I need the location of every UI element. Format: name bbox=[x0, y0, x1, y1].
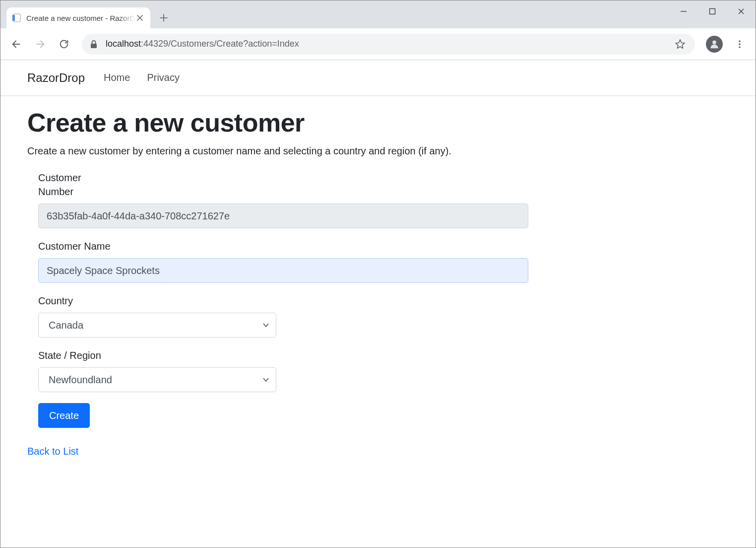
forward-button[interactable] bbox=[30, 34, 50, 54]
page-viewport: RazorDrop Home Privacy Create a new cust… bbox=[0, 60, 756, 548]
customer-number-field bbox=[38, 204, 528, 228]
svg-point-4 bbox=[712, 40, 716, 44]
customer-number-label: Customer Number bbox=[38, 171, 103, 199]
bookmark-star-icon[interactable] bbox=[673, 37, 687, 51]
browser-tab[interactable]: Create a new customer - RazorDrop bbox=[6, 7, 150, 28]
svg-rect-2 bbox=[710, 9, 715, 14]
region-select[interactable]: Newfoundland bbox=[38, 367, 276, 392]
svg-rect-1 bbox=[12, 15, 15, 21]
customer-form: Customer Number Customer Name Country Ca… bbox=[27, 171, 528, 457]
svg-rect-3 bbox=[91, 44, 97, 48]
window-minimize-icon[interactable] bbox=[669, 0, 698, 22]
browser-chrome: Create a new customer - RazorDrop bbox=[0, 0, 756, 60]
reload-button[interactable] bbox=[54, 34, 74, 54]
customer-name-label: Customer Name bbox=[38, 239, 528, 253]
window-maximize-icon[interactable] bbox=[698, 0, 727, 22]
region-group: State / Region Newfoundland bbox=[38, 348, 528, 392]
back-button[interactable] bbox=[6, 34, 26, 54]
svg-point-7 bbox=[739, 46, 741, 48]
url-host: localhost bbox=[106, 39, 141, 49]
page-heading: Create a new customer bbox=[27, 108, 729, 137]
country-label: Country bbox=[38, 294, 528, 308]
page-subtitle: Create a new customer by entering a cust… bbox=[27, 145, 729, 157]
svg-point-6 bbox=[739, 43, 741, 45]
customer-name-field[interactable] bbox=[38, 258, 528, 283]
nav-link-home[interactable]: Home bbox=[104, 72, 130, 83]
region-label: State / Region bbox=[38, 348, 528, 362]
profile-avatar-icon[interactable] bbox=[706, 36, 723, 53]
url-text: localhost:44329/Customers/Create?action=… bbox=[106, 39, 299, 49]
svg-point-5 bbox=[739, 40, 741, 42]
lock-icon bbox=[90, 40, 99, 49]
customer-number-group: Customer Number bbox=[38, 171, 528, 228]
new-tab-button[interactable] bbox=[155, 9, 172, 26]
browser-toolbar: localhost:44329/Customers/Create?action=… bbox=[0, 28, 756, 60]
site-navbar: RazorDrop Home Privacy bbox=[0, 60, 756, 96]
url-port: :44329 bbox=[141, 39, 168, 49]
window-controls bbox=[669, 0, 756, 22]
back-to-list-link[interactable]: Back to List bbox=[27, 446, 78, 457]
page-container: Create a new customer Create a new custo… bbox=[0, 96, 756, 469]
window-close-icon[interactable] bbox=[727, 0, 756, 22]
url-path: /Customers/Create?action=Index bbox=[168, 39, 299, 49]
create-button[interactable]: Create bbox=[38, 403, 90, 428]
tab-strip: Create a new customer - RazorDrop bbox=[0, 0, 756, 28]
country-group: Country Canada bbox=[38, 294, 528, 338]
customer-name-group: Customer Name bbox=[38, 239, 528, 283]
brand[interactable]: RazorDrop bbox=[27, 71, 85, 85]
nav-link-privacy[interactable]: Privacy bbox=[147, 72, 180, 83]
kebab-menu-icon[interactable] bbox=[730, 34, 750, 54]
country-select[interactable]: Canada bbox=[38, 313, 276, 338]
address-bar[interactable]: localhost:44329/Customers/Create?action=… bbox=[82, 34, 695, 55]
tab-close-icon[interactable] bbox=[135, 13, 144, 22]
tab-favicon-icon bbox=[12, 13, 21, 22]
submit-group: Create bbox=[38, 403, 528, 428]
tab-title: Create a new customer - RazorDrop bbox=[26, 14, 135, 22]
